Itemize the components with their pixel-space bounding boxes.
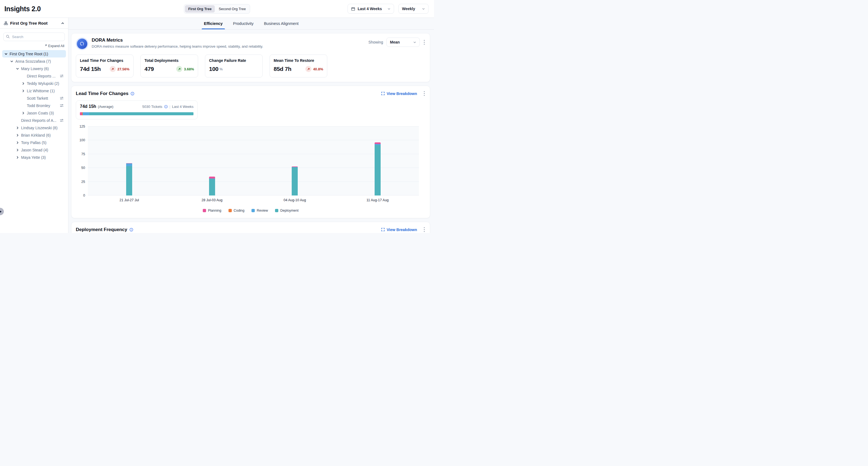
metric-value: 74d 15h bbox=[80, 66, 101, 72]
tab-business-alignment[interactable]: Business Alignment bbox=[264, 18, 299, 29]
org-tree-icon bbox=[4, 21, 8, 25]
chevron-right-icon[interactable] bbox=[15, 126, 20, 130]
filter-icon[interactable] bbox=[60, 96, 64, 100]
info-icon[interactable] bbox=[129, 228, 133, 232]
toggle-first-org-tree[interactable]: First Org Tree bbox=[185, 5, 215, 12]
legend-swatch bbox=[228, 209, 232, 212]
tree-indent-spacer bbox=[21, 96, 25, 100]
x-axis-label: 28 Jul-03 Aug bbox=[202, 198, 222, 202]
dora-icon bbox=[76, 37, 88, 50]
tickets-count: 5030 Tickets bbox=[142, 105, 162, 109]
date-range-select[interactable]: Last 4 Weeks bbox=[347, 4, 394, 14]
info-icon[interactable] bbox=[164, 105, 168, 109]
kebab-menu-icon[interactable] bbox=[423, 227, 426, 233]
tree-item-label: Brian Kirkland (6) bbox=[21, 133, 51, 138]
summary-range: Last 4 Weeks bbox=[172, 105, 193, 109]
summary-qualifier: (Average) bbox=[98, 105, 114, 109]
stacked-bar[interactable] bbox=[375, 142, 381, 196]
filter-icon[interactable] bbox=[60, 104, 64, 108]
delta-value: 3.68% bbox=[184, 67, 194, 71]
triangle-right-icon bbox=[0, 210, 2, 213]
y-axis-tick-label: 0 bbox=[83, 194, 85, 197]
sidebar-title: First Org Tree Root bbox=[10, 21, 59, 26]
stacked-bar[interactable] bbox=[126, 163, 132, 196]
chevron-right-icon[interactable] bbox=[21, 89, 25, 93]
chevron-right-icon[interactable] bbox=[15, 155, 20, 159]
tree-item[interactable]: Anna Scozzafava (7) bbox=[2, 58, 66, 65]
tree-item[interactable]: Direct Reports ... bbox=[2, 72, 66, 80]
legend-item-planning[interactable]: Planning bbox=[203, 209, 221, 212]
metric-title: Mean Time To Restore bbox=[274, 58, 323, 63]
stacked-bar[interactable] bbox=[209, 177, 215, 196]
view-breakdown-button[interactable]: View Breakdown bbox=[381, 228, 417, 232]
search-field bbox=[3, 33, 65, 41]
chevron-right-icon[interactable] bbox=[21, 81, 25, 85]
delta-value: 27.56% bbox=[117, 67, 129, 71]
filter-icon[interactable] bbox=[60, 118, 64, 122]
tree-item[interactable]: Brian Kirkland (6) bbox=[2, 132, 66, 139]
chevron-down-icon[interactable] bbox=[4, 52, 8, 56]
tree-item[interactable]: Scott Tarkett bbox=[2, 94, 66, 102]
expand-all-button[interactable]: Expand All bbox=[4, 44, 64, 48]
metric-title: Lead Time For Changes bbox=[80, 58, 129, 63]
legend-swatch bbox=[203, 209, 206, 212]
tree-item[interactable]: Tony Pallas (5) bbox=[2, 139, 66, 146]
stacked-bar[interactable] bbox=[292, 167, 298, 196]
gridline bbox=[88, 154, 419, 154]
legend-label: Planning bbox=[208, 209, 221, 212]
search-input[interactable] bbox=[3, 33, 65, 41]
info-icon[interactable] bbox=[130, 92, 134, 95]
legend-item-deployment[interactable]: Deployment bbox=[275, 209, 299, 212]
tree-item-label: Jason Coats (3) bbox=[27, 111, 54, 115]
chevron-right-icon[interactable] bbox=[15, 148, 20, 152]
tree-item[interactable]: First Org Tree Root (1) bbox=[2, 50, 66, 58]
tree-item[interactable]: Jason Stead (4) bbox=[2, 146, 66, 154]
legend-item-coding[interactable]: Coding bbox=[228, 209, 245, 212]
app-title: Insights 2.0 bbox=[4, 5, 41, 13]
tree-item[interactable]: Direct Reports of A... bbox=[2, 117, 66, 124]
filter-icon[interactable] bbox=[60, 74, 64, 78]
legend-swatch bbox=[275, 209, 278, 212]
delta-badge: 40.8% bbox=[305, 66, 323, 72]
granularity-select[interactable]: Weekly bbox=[398, 4, 429, 14]
tree-item-label: Liz Whittome (1) bbox=[27, 89, 55, 93]
calendar-icon bbox=[351, 7, 355, 11]
tab-productivity[interactable]: Productivity bbox=[233, 18, 254, 29]
sidebar: First Org Tree Root Expand All First Org… bbox=[0, 18, 68, 233]
metric-card: Lead Time For Changes74d 15h27.56% bbox=[76, 55, 133, 78]
chevron-down-icon[interactable] bbox=[15, 66, 20, 70]
aggregation-value: Mean bbox=[390, 40, 400, 45]
chevron-right-icon[interactable] bbox=[15, 133, 20, 137]
kebab-menu-icon[interactable] bbox=[423, 90, 426, 97]
bar-segment-review bbox=[126, 164, 132, 166]
tree-item[interactable]: Mary Lowery (6) bbox=[2, 65, 66, 72]
tab-efficiency[interactable]: Efficiency bbox=[204, 18, 223, 29]
phase-distribution-bar bbox=[80, 112, 193, 115]
bar-segment-deployment bbox=[375, 145, 381, 196]
tree-item-label: First Org Tree Root (1) bbox=[9, 52, 48, 56]
tree-item[interactable]: Maya Yette (3) bbox=[2, 154, 66, 161]
gridline bbox=[88, 168, 419, 168]
aggregation-select[interactable]: Mean bbox=[386, 37, 420, 47]
chevron-down-icon[interactable] bbox=[9, 59, 14, 63]
gridline bbox=[88, 181, 419, 182]
tree-indent-spacer bbox=[21, 104, 25, 108]
tree-item[interactable]: Jason Coats (3) bbox=[2, 109, 66, 117]
chevron-right-icon[interactable] bbox=[21, 111, 25, 115]
phase-segment-planning bbox=[80, 112, 82, 115]
y-axis-tick-label: 50 bbox=[81, 166, 85, 170]
tree-indent-spacer bbox=[21, 74, 25, 78]
toggle-second-org-tree[interactable]: Second Org Tree bbox=[215, 5, 249, 12]
chevron-down-icon bbox=[422, 7, 425, 10]
chevron-right-icon[interactable] bbox=[15, 141, 20, 145]
tree-item[interactable]: Liz Whittome (1) bbox=[2, 87, 66, 94]
legend-item-review[interactable]: Review bbox=[251, 209, 268, 212]
tree-item[interactable]: Todd Bromley bbox=[2, 102, 66, 109]
date-range-value: Last 4 Weeks bbox=[358, 6, 382, 11]
chevron-up-icon[interactable] bbox=[61, 22, 64, 25]
view-breakdown-button[interactable]: View Breakdown bbox=[381, 91, 417, 96]
dora-metrics-section: DORA Metrics DORA metrics measure softwa… bbox=[71, 33, 430, 82]
tree-item[interactable]: Teddy Wylupski (2) bbox=[2, 80, 66, 87]
tree-item[interactable]: Lindsay Liszewski (8) bbox=[2, 124, 66, 132]
kebab-menu-icon[interactable] bbox=[423, 39, 426, 46]
